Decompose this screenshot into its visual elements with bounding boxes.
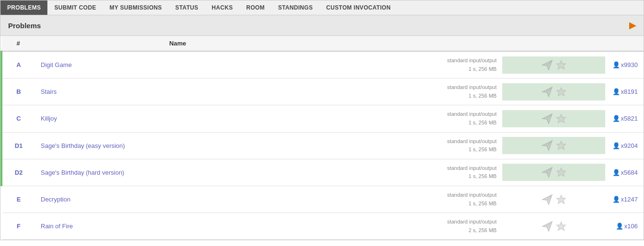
nav-item-hacks[interactable]: HACKS bbox=[205, 0, 239, 15]
solver-person-icon: 👤 bbox=[612, 115, 620, 122]
problem-name-cell: Sage's Birthday (easy version) bbox=[35, 132, 320, 159]
nav-item-custom-invocation[interactable]: CUSTOM INVOCATION bbox=[319, 0, 397, 15]
favorite-star-icon[interactable] bbox=[556, 87, 566, 97]
submit-plane-icon[interactable] bbox=[542, 140, 553, 151]
col-header-name: Name bbox=[35, 36, 320, 51]
problem-num-cell: D1 bbox=[1, 132, 35, 159]
problem-actions-cell bbox=[502, 78, 605, 105]
problem-actions-cell bbox=[502, 132, 605, 159]
problem-io-cell: standard input/output1 s, 256 MB bbox=[320, 132, 502, 159]
svg-marker-11 bbox=[556, 141, 565, 149]
favorite-star-icon[interactable] bbox=[556, 194, 566, 205]
svg-marker-20 bbox=[556, 222, 565, 230]
favorite-star-icon[interactable] bbox=[556, 60, 566, 70]
problem-num-link[interactable]: E bbox=[17, 196, 21, 203]
problem-actions-cell bbox=[502, 51, 605, 78]
submit-plane-icon[interactable] bbox=[542, 113, 553, 124]
problem-num-link[interactable]: A bbox=[16, 61, 21, 68]
actions-container bbox=[502, 137, 605, 154]
problem-num-cell: C bbox=[1, 105, 35, 132]
favorite-star-icon[interactable] bbox=[556, 140, 566, 151]
actions-container bbox=[502, 191, 605, 208]
svg-marker-8 bbox=[556, 114, 565, 123]
problem-actions-cell bbox=[502, 105, 605, 132]
problem-name-cell: Rain of Fire bbox=[35, 213, 320, 240]
solver-count-link[interactable]: x8191 bbox=[621, 88, 638, 95]
problem-name-link[interactable]: Digit Game bbox=[41, 61, 72, 68]
svg-marker-17 bbox=[556, 195, 565, 203]
problem-io-cell: standard input/output1 s, 256 MB bbox=[320, 51, 502, 78]
problem-num-link[interactable]: D1 bbox=[15, 142, 23, 149]
actions-container bbox=[502, 110, 605, 127]
table-row: CKilljoystandard input/output1 s, 256 MB… bbox=[1, 105, 644, 132]
problem-name-cell: Sage's Birthday (hard version) bbox=[35, 159, 320, 186]
submit-plane-icon[interactable] bbox=[542, 221, 553, 232]
problem-name-cell: Digit Game bbox=[35, 51, 320, 78]
problem-num-cell: A bbox=[1, 51, 35, 78]
nav-item-room[interactable]: ROOM bbox=[239, 0, 271, 15]
problem-num-cell: E bbox=[1, 186, 35, 212]
favorite-star-icon[interactable] bbox=[556, 167, 566, 178]
problem-name-link[interactable]: Stairs bbox=[41, 88, 56, 95]
problem-solvers-cell: 👤x8191 bbox=[605, 78, 644, 105]
problem-actions-cell bbox=[502, 186, 605, 212]
problem-name-link[interactable]: Sage's Birthday (easy version) bbox=[41, 142, 125, 149]
table-row: D1Sage's Birthday (easy version)standard… bbox=[1, 132, 644, 159]
actions-container bbox=[502, 164, 605, 181]
svg-marker-5 bbox=[556, 88, 565, 96]
solver-person-icon: 👤 bbox=[612, 61, 620, 68]
problem-num-link[interactable]: C bbox=[16, 115, 21, 122]
nav-item-submit-code[interactable]: SUBMIT CODE bbox=[47, 0, 102, 15]
problem-actions-cell bbox=[502, 159, 605, 186]
problem-name-link[interactable]: Rain of Fire bbox=[41, 223, 73, 230]
problem-solvers-cell: 👤x9930 bbox=[605, 51, 644, 78]
problem-solvers-cell: 👤x106 bbox=[605, 213, 644, 240]
problem-num-link[interactable]: D2 bbox=[15, 169, 23, 176]
section-title: Problems bbox=[8, 22, 41, 30]
section-arrow-icon[interactable]: ▶ bbox=[629, 20, 636, 31]
problem-name-cell: Killjoy bbox=[35, 105, 320, 132]
actions-container bbox=[502, 83, 605, 101]
solver-count-link[interactable]: x5684 bbox=[621, 169, 638, 176]
favorite-star-icon[interactable] bbox=[556, 113, 566, 124]
problem-solvers-cell: 👤x9204 bbox=[605, 132, 644, 159]
solver-count-link[interactable]: x5821 bbox=[621, 115, 638, 122]
solver-count-link[interactable]: x106 bbox=[624, 223, 638, 230]
submit-plane-icon[interactable] bbox=[542, 59, 553, 71]
table-row: BStairsstandard input/output1 s, 256 MB … bbox=[1, 78, 644, 105]
problem-io-cell: standard input/output2 s, 256 MB bbox=[320, 213, 502, 240]
submit-plane-icon[interactable] bbox=[542, 194, 553, 205]
problem-num-cell: B bbox=[1, 78, 35, 105]
problem-name-cell: Stairs bbox=[35, 78, 320, 105]
problem-num-cell: F bbox=[1, 213, 35, 240]
solver-count-link[interactable]: x9930 bbox=[621, 61, 638, 68]
problem-solvers-cell: 👤x5821 bbox=[605, 105, 644, 132]
favorite-star-icon[interactable] bbox=[556, 221, 566, 232]
problem-name-cell: Decryption bbox=[35, 186, 320, 212]
col-header-num: # bbox=[1, 36, 35, 51]
solver-person-icon: 👤 bbox=[612, 169, 620, 176]
problem-num-cell: D2 bbox=[1, 159, 35, 186]
submit-plane-icon[interactable] bbox=[542, 86, 553, 98]
problem-num-link[interactable]: F bbox=[17, 223, 21, 230]
problem-io-cell: standard input/output1 s, 256 MB bbox=[320, 159, 502, 186]
problems-table: # Name ADigit Gamestandard input/output1… bbox=[0, 36, 644, 240]
table-header-row: # Name bbox=[1, 36, 644, 51]
section-header: Problems ▶ bbox=[0, 15, 644, 36]
nav-item-problems[interactable]: PROBLEMS bbox=[0, 0, 47, 15]
solver-count-link[interactable]: x9204 bbox=[621, 142, 638, 149]
svg-marker-14 bbox=[556, 168, 565, 176]
submit-plane-icon[interactable] bbox=[542, 167, 553, 178]
nav-item-standings[interactable]: STANDINGS bbox=[271, 0, 319, 15]
nav-item-my-submissions[interactable]: MY SUBMISSIONS bbox=[103, 0, 169, 15]
nav-item-status[interactable]: STATUS bbox=[169, 0, 205, 15]
problem-num-link[interactable]: B bbox=[16, 88, 21, 95]
problem-name-link[interactable]: Killjoy bbox=[41, 115, 57, 122]
problem-name-link[interactable]: Decryption bbox=[41, 196, 70, 203]
solver-person-icon: 👤 bbox=[612, 196, 620, 203]
problem-name-link[interactable]: Sage's Birthday (hard version) bbox=[41, 169, 124, 176]
solver-person-icon: 👤 bbox=[612, 88, 620, 95]
problem-solvers-cell: 👤x5684 bbox=[605, 159, 644, 186]
nav-bar: PROBLEMSSUBMIT CODEMY SUBMISSIONSSTATUSH… bbox=[0, 0, 644, 15]
solver-count-link[interactable]: x1247 bbox=[621, 196, 638, 203]
